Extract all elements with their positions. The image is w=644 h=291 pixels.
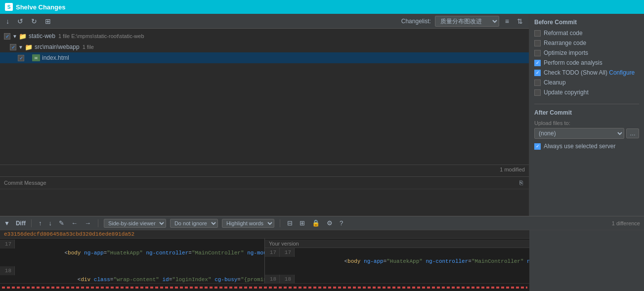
commit-message-input[interactable] — [0, 189, 529, 216]
diff-left-code-2: <div class="wrap-content" id="loginIndex… — [15, 266, 264, 283]
changelist-label: Changelist: — [401, 18, 431, 25]
check-optimize: Optimize imports — [534, 49, 639, 56]
diff-header: ▼ Diff ↑ ↓ ✎ ← → Side-by-side viewer Do … — [0, 216, 644, 230]
diff-up-btn[interactable]: ↑ — [37, 219, 43, 227]
tree-row-src[interactable]: ▼ 📁 src\main\webapp 1 file — [0, 42, 529, 52]
tree-status: 1 modified — [0, 165, 529, 176]
diff-hash: e33156dedcfd806458a53cbd320d16ede891da52 — [4, 231, 134, 237]
copy-btn[interactable]: ⎘ — [517, 178, 525, 187]
check-cleanup: Cleanup — [534, 79, 639, 86]
toolbar-btn-split[interactable]: ⇅ — [515, 16, 525, 26]
commit-message-section: Commit Message ⎘ — [0, 176, 529, 216]
diff-lock-btn[interactable]: 🔒 — [310, 219, 321, 227]
toolbar: ↓ ↺ ↻ ⊞ Changelist: 质量分布图改进 ≡ ⇅ — [0, 14, 529, 29]
diff-right-line-1: 17 17 <body ng-app="HuatekApp" ng-contro… — [265, 248, 529, 275]
diff-forward-btn[interactable]: → — [83, 219, 92, 227]
ignore-select[interactable]: Do not ignore — [170, 219, 218, 228]
cb-analyze[interactable] — [534, 60, 541, 66]
sep3 — [280, 219, 280, 227]
diff-right-gutter-1b: 17 — [280, 248, 295, 257]
diff-expand-arrow[interactable]: ▼ — [4, 220, 10, 227]
tree-meta-src: 1 file — [83, 44, 94, 50]
left-panel: ↓ ↺ ↻ ⊞ Changelist: 质量分布图改进 ≡ ⇅ ▼ 📁 stat… — [0, 14, 529, 216]
sep1 — [31, 219, 32, 227]
diff-right-code-1: <body ng-app="HuatekApp" ng-controller="… — [295, 248, 529, 275]
label-optimize[interactable]: Optimize imports — [544, 49, 588, 56]
title-text: Shelve Changes — [16, 3, 65, 11]
diff-count: 1 difference — [612, 220, 640, 226]
diff-back-btn[interactable]: ← — [70, 219, 79, 227]
upload-label: Upload files to: — [534, 120, 639, 126]
label-rearrange[interactable]: Rearrange code — [544, 40, 586, 46]
checkbox-src[interactable] — [10, 44, 16, 50]
diff-section: ▼ Diff ↑ ↓ ✎ ← → Side-by-side viewer Do … — [0, 216, 644, 291]
tree-row-root[interactable]: ▼ 📁 static-web 1 file E:\mpms\static-roo… — [0, 31, 529, 42]
toolbar-btn-down[interactable]: ↓ — [4, 16, 11, 26]
configure-link[interactable]: Configure — [609, 69, 635, 76]
label-todo[interactable]: Check TODO (Show All) Configure — [544, 69, 635, 76]
check-analyze: Perform code analysis — [534, 59, 639, 66]
toolbar-btn-sort[interactable]: ≡ — [503, 16, 511, 26]
cb-rearrange[interactable] — [534, 40, 541, 46]
check-reformat: Reformat code — [534, 30, 639, 37]
tree-label-root: static-web — [29, 33, 55, 40]
folder-icon-root: 📁 — [19, 33, 27, 40]
diff-right-pane-header: Your version — [265, 240, 529, 248]
diff-sync-btn[interactable]: ⊞ — [298, 219, 306, 227]
always-use-label: Always use selected server — [544, 143, 615, 150]
tree-row-indexhtml[interactable]: H index.html — [0, 52, 529, 63]
cb-copyright[interactable] — [534, 89, 541, 96]
toolbar-btn-grid[interactable]: ⊞ — [43, 16, 53, 26]
upload-select[interactable]: (none) — [534, 128, 624, 139]
commit-message-label: Commit Message — [4, 180, 46, 186]
diff-edit-btn[interactable]: ✎ — [57, 219, 66, 227]
check-todo: Check TODO (Show All) Configure — [534, 69, 639, 76]
after-commit-title: After Commit — [534, 109, 639, 116]
toolbar-btn-redo[interactable]: ↻ — [29, 16, 39, 26]
cb-optimize[interactable] — [534, 50, 541, 56]
label-copyright[interactable]: Update copyright — [544, 89, 589, 96]
upload-row: (none) … — [534, 128, 639, 139]
file-tree: ▼ 📁 static-web 1 file E:\mpms\static-roo… — [0, 29, 529, 165]
diff-left-gutter-2: 18 — [0, 266, 15, 275]
diff-settings-btn[interactable]: ⚙ — [325, 219, 334, 227]
diff-right-gutter-2a: 18 — [265, 275, 280, 283]
highlight-select[interactable]: Highlight words — [222, 219, 274, 228]
diff-down-btn[interactable]: ↓ — [47, 219, 53, 227]
diff-left-hash-header: e33156dedcfd806458a53cbd320d16ede891da52 — [0, 230, 529, 239]
always-use-row: Always use selected server — [534, 143, 639, 150]
folder-icon-src: 📁 — [25, 43, 33, 51]
diff-title: Diff — [16, 220, 26, 227]
viewer-select[interactable]: Side-by-side viewer — [104, 219, 166, 228]
checkbox-root[interactable] — [4, 33, 10, 40]
upload-more-btn[interactable]: … — [626, 128, 639, 138]
cb-todo[interactable] — [534, 70, 541, 76]
status-modified: 1 modified — [500, 166, 525, 172]
diff-right-pane[interactable]: Your version 17 17 <body ng-app="HuatekA… — [264, 239, 529, 283]
right-panel: Before Commit Reformat code Rearrange co… — [529, 14, 644, 216]
tree-meta-root: 1 file E:\mpms\static-root\static-web — [58, 33, 144, 39]
diff-left-panel: e33156dedcfd806458a53cbd320d16ede891da52… — [0, 230, 529, 291]
main-area: ↓ ↺ ↻ ⊞ Changelist: 质量分布图改进 ≡ ⇅ ▼ 📁 stat… — [0, 14, 644, 216]
tree-label-indexhtml: index.html — [42, 54, 69, 61]
diff-left-pane[interactable]: 17 <body ng-app="HuatekApp" ng-controlle… — [0, 239, 264, 283]
label-reformat[interactable]: Reformat code — [544, 30, 583, 37]
checkbox-indexhtml[interactable] — [18, 55, 24, 61]
title-bar: S Shelve Changes — [0, 0, 644, 14]
toolbar-btn-undo[interactable]: ↺ — [15, 16, 25, 26]
label-analyze[interactable]: Perform code analysis — [544, 59, 602, 66]
diff-align-btn[interactable]: ⊟ — [286, 219, 294, 227]
diff-right-gutter-2b: 18 — [280, 275, 295, 283]
changelist-select[interactable]: 质量分布图改进 — [435, 16, 499, 27]
label-cleanup[interactable]: Cleanup — [544, 79, 566, 86]
cb-cleanup[interactable] — [534, 80, 541, 86]
before-commit-title: Before Commit — [534, 19, 639, 26]
diff-wavy-bar — [0, 283, 529, 291]
check-rearrange: Rearrange code — [534, 40, 639, 46]
diff-right-panel-spacer — [529, 230, 644, 291]
always-use-checkbox[interactable] — [534, 143, 541, 150]
diff-right-gutter-1a: 17 — [265, 248, 280, 257]
diff-help-btn[interactable]: ? — [338, 219, 344, 227]
cb-reformat[interactable] — [534, 30, 541, 37]
diff-right-line-2: 18 18 <div class="wrap-content" id="logi… — [265, 275, 529, 283]
